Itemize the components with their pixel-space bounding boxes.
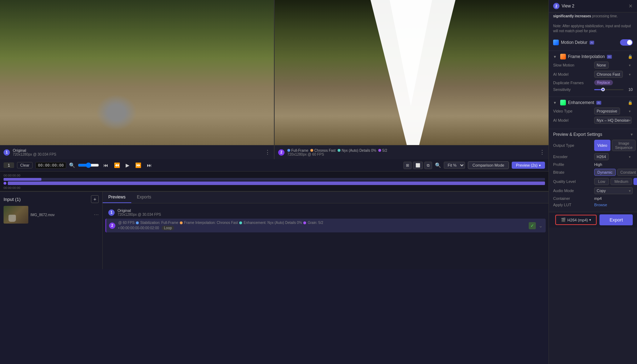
profile-label: Profile [553,162,592,167]
row2-loop-badge: Loop [162,226,174,230]
slow-motion-select[interactable]: None [594,62,609,69]
pane2-tag-chronos: Chronos Fast [310,149,335,152]
fit-select[interactable]: Fit % [444,162,465,169]
browse-link[interactable]: Browse [594,203,607,207]
export-format-label: H264 (mp4) [567,218,588,222]
export-button[interactable]: Export [599,214,633,225]
output-video-button[interactable]: Video [594,140,610,151]
pane1-number: 1 [4,149,10,156]
audio-select[interactable]: Copy [594,187,633,194]
row2-time: • 00:00:00:00-00:00:02:00 Loop [118,226,526,230]
clear-button[interactable]: Clear [17,162,33,168]
deblur-toggle[interactable] [620,39,633,46]
row2-grain: Grain: 5/2 [308,221,323,225]
encoder-row: Encoder H264 [553,153,633,160]
frame-interp-header[interactable]: ▼ Frame Interpolation AI 🔒 [553,54,633,59]
timeline-track-blue[interactable] [8,181,545,185]
preview-label: Preview (2s) [516,163,538,167]
pane1-title: Original [13,148,56,152]
deblur-ai-badge: AI [590,41,595,45]
notice-suffix: processing time. [592,14,618,18]
output-image-seq-button[interactable]: Image Sequence [612,140,636,151]
row2-check-button[interactable]: ✓ [529,222,536,229]
video-type-select[interactable]: Progressive [594,108,620,115]
bitrate-dynamic-button[interactable]: Dynamic [594,169,616,176]
sensitivity-slider[interactable] [594,89,624,90]
preview-dropdown-icon[interactable]: ▾ [539,163,541,167]
pane2-number: 2 [278,149,285,156]
format-dropdown-icon[interactable]: ▾ [589,218,591,222]
pane1-label-bar: 1 Original 720x1280px @ 30.034 FPS ⋮ [0,145,274,159]
thumbnail-more-button[interactable]: ⋯ [94,212,99,218]
export-format-button[interactable]: 🎬 H264 (mp4) ▾ [555,215,597,225]
export-settings-collapse-icon[interactable]: ▾ [631,132,633,137]
sensitivity-slider-thumb[interactable] [601,88,605,91]
notice-text2: Note: After applying stabilization, inpu… [553,24,631,33]
add-input-button[interactable]: + [91,195,99,203]
view-crop-button[interactable]: ⬜ [413,162,423,169]
zoom-slider[interactable] [78,162,99,168]
output-type-buttons: Video Image Sequence [594,140,636,151]
pane2-tag-fullframe: Full-Frame [287,149,308,152]
pane2-tag-nyx: Nyx (Auto) Details 0% [338,149,376,152]
deblur-title: Motion Deblur [561,40,587,45]
transport-bar: 1 Clear 00:00:00:00 🔍 ⏮ ⏪ ▶ ⏩ ⏭ ⊞ ⬜ ⧉ 🔍 … [0,159,549,172]
preview-button[interactable]: Preview (2s) ▾ [512,162,545,169]
export-settings-section: Preview & Export Settings ▾ Output Type … [549,129,637,212]
zoom-icon[interactable]: 🔍 [69,162,75,168]
dot-interp2 [180,221,183,224]
row2-collapse-button[interactable]: ⌄ [539,223,543,229]
row2-fps: @ 60 FPS [118,221,134,225]
view-grid-button[interactable]: ⊞ [403,162,412,169]
motion-deblur-section: Motion Deblur AI [549,36,637,51]
quality-row: Quality Level Low Medium High [553,178,633,185]
quality-buttons: Low Medium High [594,178,637,185]
enhance-lock-icon: 🔒 [628,100,633,105]
bottom-section: Input (1) + IMG_8672.mov ⋯ Previews Expo… [0,191,549,269]
notice-bold: significantly increases [553,14,591,18]
skip-end-button[interactable]: ⏭ [145,162,153,169]
pane2-more-button[interactable]: ⋮ [539,149,545,156]
dup-frames-value[interactable]: Replace [594,80,613,85]
interp-lock-icon: 🔒 [628,54,633,59]
video-type-row: Video Type Progressive [553,108,633,115]
view-compare-button[interactable]: ⧉ [424,162,432,169]
output-type-label: Output Type [553,143,592,148]
quality-medium-button[interactable]: Medium [610,178,632,185]
dot-chronos [310,149,313,152]
dot-grain2 [303,221,306,224]
quality-low-button[interactable]: Low [594,178,609,185]
tab-bar: Previews Exports [103,192,549,203]
export-bar: 🎬 H264 (mp4) ▾ Export [549,212,637,227]
timeline-marker [4,182,6,185]
tab-previews[interactable]: Previews [103,192,131,203]
play-button[interactable]: ▶ [124,162,131,169]
motion-deblur-header[interactable]: Motion Deblur AI [553,39,633,46]
row2-timerange: • 00:00:00:00-00:00:02:00 [118,226,159,230]
frame-box[interactable]: 1 [4,162,14,168]
encoder-label: Encoder [553,155,592,159]
step-back-button[interactable]: ⏪ [113,162,121,169]
apply-lut-row: Apply LUT Browse [553,203,633,207]
timeline-start-time: 00:00:00:00 [4,186,545,190]
encoder-select[interactable]: H264 [594,153,609,160]
enhancement-header[interactable]: ▼ Enhancement AI 🔒 [553,100,633,105]
ai-model-interp-select[interactable]: Chronos Fast [594,71,623,78]
preview-row-1: 1 Original 720x1280px @ 30.034 FPS [105,206,546,219]
quality-high-button[interactable]: High [633,178,637,185]
profile-row: Profile High [553,162,633,167]
ai-model-interp-row: AI Model Chronos Fast [553,71,633,78]
bitrate-constant-button[interactable]: Constant [617,169,637,176]
ai-model-enhance-select[interactable]: Nyx – HQ Denoise [594,117,632,124]
zoom-fit-icon[interactable]: 🔍 [435,162,441,168]
pane2-label-bar: 2 Full-Frame Chronos Fast [275,145,549,159]
tab-exports[interactable]: Exports [131,192,157,203]
skip-start-button[interactable]: ⏮ [102,162,110,169]
comparison-mode-button[interactable]: Comparison Mode [468,161,509,169]
sensitivity-row: Sensitivity 10 [553,87,633,92]
panel-close-button[interactable]: ✕ [629,3,633,9]
sensitivity-slider-container: 10 [594,87,633,92]
pane1-more-button[interactable]: ⋮ [265,149,270,156]
step-forward-button[interactable]: ⏩ [134,162,143,169]
slow-motion-row: Slow Motion None [553,62,633,69]
